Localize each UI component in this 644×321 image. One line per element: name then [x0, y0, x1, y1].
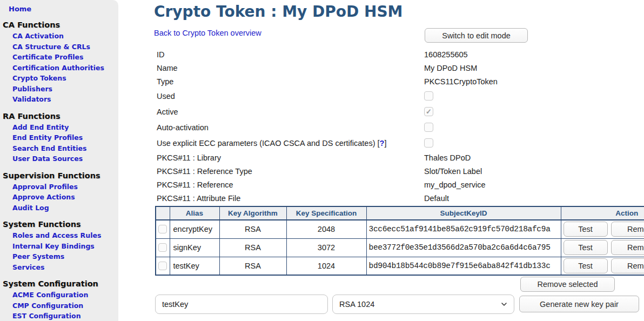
field-label: PKCS#11 : Reference [154, 180, 424, 189]
sidebar-item-user-data-sources[interactable]: User Data Sources [12, 153, 118, 164]
page-title: Crypto Token : My DPoD HSM [154, 3, 403, 21]
sidebar-item-approval-profiles[interactable]: Approval Profiles [12, 182, 118, 192]
sidebar-item-peer-systems[interactable]: Peer Systems [12, 251, 118, 262]
help-brackets: [?] [378, 139, 387, 148]
algorithm-cell: RSA [219, 220, 286, 238]
new-key-alias-input[interactable] [155, 295, 328, 314]
sidebar-item-certificate-profiles[interactable]: Certificate Profiles [12, 52, 118, 63]
switch-to-edit-mode-button[interactable]: Switch to edit mode [425, 28, 528, 43]
sidebar-section-ra-functions: RA Functions Add End Entity End Entity P… [0, 111, 118, 164]
sidebar-item-validators[interactable]: Validators [12, 94, 118, 105]
field-label: PKCS#11 : Library [154, 153, 424, 162]
table-header-row: Alias Key Algorithm Key Specification Su… [156, 206, 644, 220]
test-key-button[interactable]: Test [564, 240, 608, 255]
spec-cell: 1024 [286, 257, 366, 275]
generate-new-key-pair-button[interactable]: Generate new key pair [519, 296, 639, 312]
subjectkeyid-cell: 3cc6ecc51af9141be85a62c919fc570d218afc9a [366, 220, 561, 238]
back-to-overview-link[interactable]: Back to Crypto Token overview [154, 29, 261, 37]
sidebar-item-acme-configuration[interactable]: ACME Configuration [12, 290, 118, 300]
token-details: ID 1608255605 Name My DPoD HSM Type PKCS… [154, 48, 548, 205]
row-select-cell: ✓ [156, 220, 170, 238]
sidebar-section-system-functions: System Functions Roles and Access Rules … [0, 219, 118, 272]
sidebar: Home CA Functions CA Activation CA Struc… [0, 0, 118, 321]
detail-row-p11-library: PKCS#11 : Library Thales DPoD [154, 151, 548, 164]
sidebar-item-end-entity-profiles[interactable]: End Entity Profiles [12, 132, 118, 143]
field-label: ID [154, 50, 424, 59]
auto-activation-checkbox[interactable]: ✓ [424, 123, 433, 132]
key-algorithm-column-header: Key Algorithm [219, 206, 286, 220]
field-value: Thales DPoD [424, 153, 471, 162]
sidebar-section-title: CA Functions [3, 20, 118, 30]
sidebar-item-ca-structure-crls[interactable]: CA Structure & CRLs [12, 42, 118, 52]
detail-row-p11-attribute-file: PKCS#11 : Attribute File Default [154, 191, 548, 205]
detail-row-explicit-ecc: Use explicit ECC parameters (ICAO CSCA a… [154, 135, 548, 151]
sidebar-item-certification-authorities[interactable]: Certification Authorities [12, 63, 118, 73]
sidebar-item-search-end-entities[interactable]: Search End Entities [12, 143, 118, 154]
table-row-encryptkey: ✓ encryptKey RSA 2048 3cc6ecc51af9141be8… [156, 220, 644, 238]
select-column-header [156, 206, 170, 220]
key-pairs-table: Alias Key Algorithm Key Specification Su… [155, 206, 644, 276]
sidebar-item-est-configuration[interactable]: EST Configuration [12, 311, 118, 321]
sidebar-item-internal-key-bindings[interactable]: Internal Key Bindings [12, 241, 118, 252]
spec-cell: 2048 [286, 220, 366, 238]
sidebar-item-cmp-configuration[interactable]: CMP Configuration [12, 300, 118, 311]
sidebar-item-ca-activation[interactable]: CA Activation [12, 31, 118, 42]
sidebar-section-title: Supervision Functions [3, 171, 118, 180]
explicit-ecc-checkbox[interactable]: ✓ [424, 138, 433, 148]
detail-row-id: ID 1608255605 [154, 48, 548, 61]
detail-row-p11-reference: PKCS#11 : Reference my_dpod_service [154, 178, 548, 191]
row-checkbox[interactable]: ✓ [158, 243, 167, 252]
field-label: Auto-activation [154, 123, 424, 132]
sidebar-item-roles-access-rules[interactable]: Roles and Access Rules [12, 230, 118, 241]
remove-selected-button[interactable]: Remove selected [520, 277, 615, 292]
algorithm-cell: RSA [219, 257, 286, 275]
active-checkbox[interactable]: ✓ [424, 107, 433, 116]
alias-cell: testKey [170, 257, 219, 275]
action-cell: Test Remove [561, 257, 644, 275]
sidebar-item-add-end-entity[interactable]: Add End Entity [12, 122, 118, 133]
sidebar-item-audit-log[interactable]: Audit Log [12, 203, 118, 213]
row-checkbox[interactable]: ✓ [158, 225, 167, 233]
remove-key-button[interactable]: Remove [611, 222, 644, 237]
sidebar-item-crypto-tokens[interactable]: Crypto Tokens [12, 73, 118, 84]
alias-cell: signKey [170, 238, 219, 257]
key-spec-select[interactable]: RSA 1024 [332, 295, 514, 314]
detail-row-type: Type PKCS11CryptoToken [154, 75, 548, 88]
action-cell: Test Remove [561, 220, 644, 238]
field-value: 1608255605 [424, 50, 468, 59]
field-label: Use explicit ECC parameters (ICAO CSCA a… [154, 139, 424, 148]
field-value: Slot/Token Label [424, 167, 482, 176]
subjectkeyid-column-header: SubjectKeyID [366, 206, 561, 220]
sidebar-section-ca-functions: CA Functions CA Activation CA Structure … [0, 20, 118, 105]
field-label: PKCS#11 : Reference Type [154, 167, 424, 176]
row-checkbox[interactable]: ✓ [158, 262, 167, 270]
detail-row-name: Name My DPoD HSM [154, 61, 548, 75]
used-checkbox[interactable]: ✓ [424, 91, 433, 101]
detail-row-active: Active ✓ [154, 104, 548, 119]
field-label-text: Use explicit ECC parameters (ICAO CSCA a… [157, 139, 375, 148]
row-select-cell: ✓ [156, 257, 170, 275]
sidebar-item-publishers[interactable]: Publishers [12, 84, 118, 95]
chevron-down-icon [501, 301, 507, 307]
alias-cell: encryptKey [170, 220, 219, 238]
table-row-testkey: ✓ testKey RSA 1024 bd904b18b544c0b89e7f9… [156, 257, 644, 275]
sidebar-item-approve-actions[interactable]: Approve Actions [12, 192, 118, 203]
remove-key-button[interactable]: Remove [611, 240, 644, 255]
subjectkeyid-cell: bee3772f0e35e1d3566d2a570ba2c6a6d4c6a795 [366, 238, 561, 257]
sidebar-item-services[interactable]: Services [12, 262, 118, 273]
action-column-header: Action [561, 206, 644, 220]
detail-row-used: Used ✓ [154, 88, 548, 104]
test-key-button[interactable]: Test [564, 258, 608, 273]
subjectkeyid-cell: bd904b18b544c0b89e7f915e6aba842f41db133c [366, 257, 561, 275]
field-label: Name [154, 64, 424, 72]
field-label: Active [154, 108, 424, 116]
sidebar-section-title: System Configuration [3, 279, 118, 289]
detail-row-p11-reference-type: PKCS#11 : Reference Type Slot/Token Labe… [154, 164, 548, 178]
crypto-token-page: { "sidebar": { "home": "Home", "sections… [0, 0, 644, 321]
row-select-cell: ✓ [156, 238, 170, 257]
sidebar-item-home[interactable]: Home [9, 5, 118, 14]
remove-key-button[interactable]: Remove [611, 258, 644, 273]
alias-column-header: Alias [170, 206, 219, 220]
sidebar-section-title: System Functions [3, 219, 118, 229]
test-key-button[interactable]: Test [564, 222, 608, 237]
